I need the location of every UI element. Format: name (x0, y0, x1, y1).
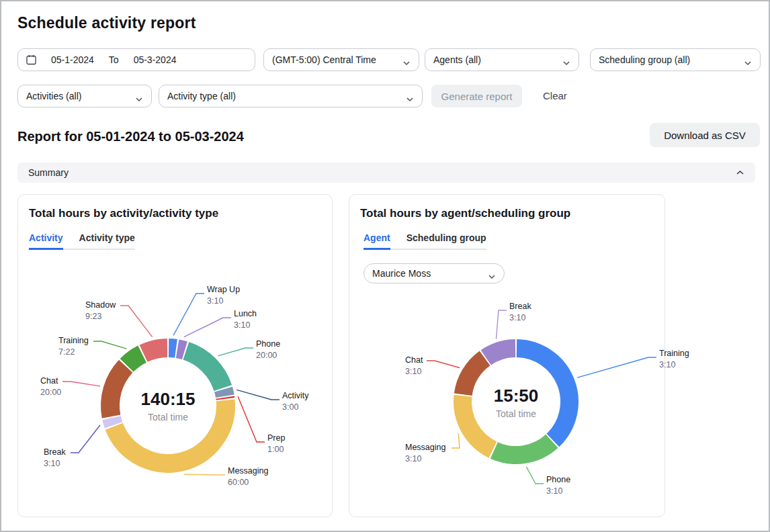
agent-donut-svg (349, 195, 666, 518)
calendar-icon (26, 54, 36, 65)
leader-line-prep (238, 396, 265, 442)
activity-type-select[interactable]: Activity type (all) (159, 85, 423, 107)
leader-line-phone (218, 348, 253, 356)
donut-slice-phone[interactable] (186, 351, 223, 388)
scheduling-group-value: Scheduling group (all) (599, 54, 690, 65)
donut-slice-training[interactable] (127, 354, 142, 365)
donut-slice-messaging[interactable] (463, 396, 493, 449)
chevron-down-icon (562, 57, 570, 62)
summary-section-header[interactable]: Summary (17, 163, 755, 183)
leader-line-activity (237, 390, 280, 400)
donut-slice-wrap-up[interactable] (169, 348, 176, 349)
schedule-activity-report-page: Schedule activity report 05-1-2024 To 05… (0, 0, 770, 532)
leader-line-shadow (120, 306, 153, 337)
clear-button[interactable]: Clear (539, 89, 571, 102)
date-end-value[interactable]: 05-3-2024 (134, 54, 177, 65)
summary-label: Summary (28, 167, 69, 178)
leader-line-chat (62, 382, 100, 386)
donut-slice-phone[interactable] (494, 441, 552, 455)
agents-select[interactable]: Agents (all) (425, 48, 579, 71)
leader-line-training (93, 341, 126, 349)
chevron-up-icon[interactable] (736, 170, 744, 175)
activities-value: Activities (all) (26, 91, 81, 101)
report-heading: Report for 05-01-2024 to 05-03-2024 (17, 129, 244, 144)
donut-slice-break[interactable] (486, 349, 515, 358)
download-csv-button[interactable]: Download as CSV (650, 123, 760, 147)
leader-line-messaging (452, 434, 460, 449)
date-separator: To (109, 54, 119, 65)
chevron-down-icon (402, 57, 411, 62)
date-range-input[interactable]: 05-1-2024 To 05-3-2024 (17, 48, 255, 71)
chevron-down-icon (744, 57, 752, 62)
donut-slice-shadow[interactable] (144, 348, 168, 353)
leader-line-break (497, 310, 507, 339)
page-title: Schedule activity report (17, 14, 196, 32)
donut-slice-chat[interactable] (110, 366, 126, 416)
donut-slice-messaging[interactable] (114, 400, 226, 463)
leader-line-training (577, 357, 656, 378)
donut-slice-chat[interactable] (463, 358, 484, 394)
leader-line-phone (526, 467, 544, 484)
activities-select[interactable]: Activities (all) (17, 85, 152, 107)
donut-slice-activity[interactable] (224, 390, 225, 396)
agent-hours-card: Total hours by agent/scheduling group Ag… (349, 194, 665, 517)
donut-slice-lunch[interactable] (177, 349, 185, 351)
date-start-value[interactable]: 05-1-2024 (51, 54, 94, 65)
leader-line-chat (427, 361, 460, 368)
leader-line-messaging (184, 474, 225, 475)
leader-line-break (71, 425, 100, 453)
activity-donut-svg (18, 195, 333, 518)
donut-slice-break[interactable] (112, 418, 114, 425)
leader-line-lunch (184, 318, 231, 337)
activity-donut-chart: 140:15 Total time Wrap Up3:10Lunch3:10Ph… (18, 195, 332, 517)
generate-report-button[interactable]: Generate report (431, 85, 522, 107)
timezone-value: (GMT-5:00) Central Time (272, 54, 376, 65)
chevron-down-icon (406, 93, 414, 99)
timezone-select[interactable]: (GMT-5:00) Central Time (263, 48, 419, 71)
scheduling-group-select[interactable]: Scheduling group (all) (590, 48, 761, 71)
activity-type-value: Activity type (all) (167, 91, 236, 101)
agent-donut-chart: 15:50 Total time Training3:10Phone3:10Me… (349, 195, 665, 517)
donut-slice-training[interactable] (517, 349, 570, 441)
chevron-down-icon (135, 93, 143, 99)
agents-value: Agents (all) (433, 54, 481, 65)
activity-hours-card: Total hours by activity/activity type Ac… (17, 194, 333, 517)
